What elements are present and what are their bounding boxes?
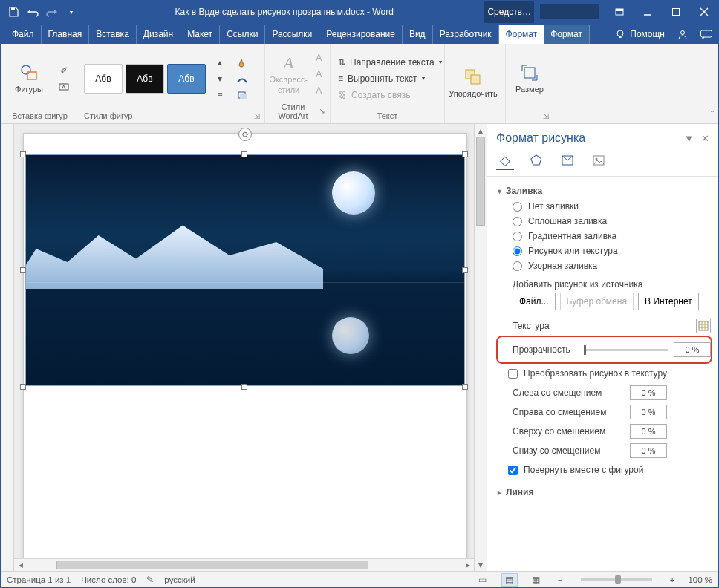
- document-page[interactable]: ⟳: [23, 133, 467, 571]
- wordart-quick-styles-button[interactable]: A Экспресс-стили: [270, 53, 308, 94]
- maximize-icon[interactable]: [662, 1, 690, 23]
- resize-handle[interactable]: [462, 151, 468, 157]
- size-launcher-icon[interactable]: ⇲: [543, 112, 549, 120]
- save-icon[interactable]: [5, 4, 22, 20]
- gallery-down-icon[interactable]: ▾: [212, 71, 228, 87]
- tab-format-picture[interactable]: Формат: [544, 24, 590, 44]
- page-indicator[interactable]: Страница 1 из 1: [7, 575, 71, 584]
- document-area[interactable]: ⟳ ◂ ▸: [1, 124, 474, 571]
- text-effects-icon[interactable]: A: [310, 82, 327, 99]
- edit-shape-icon[interactable]: ✐: [56, 62, 72, 79]
- picture-tab-icon[interactable]: [590, 152, 608, 170]
- rotate-with-shape-checkbox[interactable]: Повернуть вместе с фигурой: [498, 460, 711, 480]
- tab-mailings[interactable]: Рассылки: [265, 24, 319, 44]
- pane-close-icon[interactable]: ✕: [701, 133, 709, 144]
- zoom-out-icon[interactable]: −: [555, 575, 566, 584]
- qat-more-icon[interactable]: ▾: [63, 4, 79, 20]
- transparency-slider[interactable]: [584, 349, 668, 351]
- tell-me[interactable]: Помощн: [609, 29, 671, 44]
- radio-pattern-fill[interactable]: Узорная заливка: [498, 258, 711, 273]
- tab-format-drawing[interactable]: Формат: [499, 24, 544, 44]
- shape-fill-icon[interactable]: [234, 54, 250, 71]
- text-direction-button[interactable]: ⇅Направление текста▾: [335, 54, 445, 71]
- tab-references[interactable]: Ссылки: [220, 24, 265, 44]
- scroll-up-icon[interactable]: ▴: [475, 124, 487, 137]
- radio-solid-fill[interactable]: Сплошная заливка: [498, 214, 711, 229]
- radio-gradient-fill[interactable]: Градиентная заливка: [498, 229, 711, 244]
- zoom-in-icon[interactable]: +: [667, 575, 678, 584]
- layout-tab-icon[interactable]: [559, 152, 576, 170]
- scroll-left-icon[interactable]: ◂: [14, 559, 27, 571]
- hscroll-thumb[interactable]: [56, 561, 368, 569]
- gallery-more-icon[interactable]: ≡: [212, 87, 228, 103]
- word-count[interactable]: Число слов: 0: [81, 575, 136, 584]
- close-icon[interactable]: [690, 1, 718, 23]
- text-box-icon[interactable]: A: [56, 79, 72, 95]
- web-layout-icon[interactable]: ▦: [528, 573, 544, 587]
- collapse-ribbon-icon[interactable]: ˆ: [711, 110, 714, 120]
- resize-handle[interactable]: [20, 267, 26, 273]
- resize-handle[interactable]: [241, 151, 247, 157]
- tab-design[interactable]: Дизайн: [137, 24, 180, 44]
- selected-picture[interactable]: [25, 154, 465, 386]
- rotate-handle-icon[interactable]: ⟳: [238, 128, 252, 141]
- comments-icon[interactable]: [694, 26, 718, 44]
- resize-handle[interactable]: [20, 384, 26, 390]
- shape-outline-icon[interactable]: [234, 71, 250, 87]
- transparency-value[interactable]: 0 %: [674, 342, 711, 357]
- vscroll-thumb[interactable]: [476, 137, 485, 226]
- shapes-button[interactable]: Фигуры: [5, 62, 53, 94]
- tile-as-texture-checkbox[interactable]: Преобразовать рисунок в текстуру: [498, 364, 711, 383]
- zoom-slider[interactable]: [581, 578, 652, 581]
- section-line-header[interactable]: Линия: [498, 484, 711, 500]
- resize-handle[interactable]: [20, 151, 26, 157]
- radio-no-fill[interactable]: Нет заливки: [498, 199, 711, 214]
- fill-line-tab-icon[interactable]: ◇: [496, 152, 514, 170]
- shape-effects-icon[interactable]: [234, 87, 250, 103]
- offset-left-value[interactable]: 0 %: [630, 385, 667, 400]
- tab-file[interactable]: Файл: [5, 24, 42, 44]
- wordart-launcher-icon[interactable]: ⇲: [319, 108, 325, 116]
- undo-icon[interactable]: [25, 4, 41, 20]
- arrange-button[interactable]: Упорядочить: [449, 67, 497, 99]
- vertical-scrollbar[interactable]: ▴ ▾: [474, 124, 487, 571]
- pane-menu-icon[interactable]: ▼: [684, 133, 694, 144]
- resize-handle[interactable]: [241, 384, 247, 390]
- tab-view[interactable]: Вид: [403, 24, 433, 44]
- user-account-area[interactable]: [540, 4, 599, 19]
- tab-home[interactable]: Главная: [42, 24, 90, 44]
- style-swatch-3[interactable]: Абв: [167, 64, 206, 94]
- section-fill-header[interactable]: Заливка: [498, 183, 711, 199]
- tab-insert[interactable]: Вставка: [89, 24, 137, 44]
- horizontal-scrollbar[interactable]: ◂ ▸: [14, 558, 474, 571]
- tab-developer[interactable]: Разработчик: [433, 24, 499, 44]
- offset-right-value[interactable]: 0 %: [630, 405, 667, 419]
- radio-picture-fill[interactable]: Рисунок или текстура: [498, 244, 711, 258]
- file-button[interactable]: Файл...: [513, 293, 556, 310]
- align-text-button[interactable]: ≡Выровнять текст▾: [335, 71, 428, 87]
- style-swatch-1[interactable]: Абв: [84, 64, 123, 94]
- redo-icon[interactable]: [44, 4, 60, 20]
- size-button[interactable]: Размер: [510, 62, 549, 94]
- tab-review[interactable]: Рецензирование: [319, 24, 403, 44]
- ribbon-options-icon[interactable]: [605, 1, 634, 23]
- resize-handle[interactable]: [462, 384, 468, 390]
- scroll-down-icon[interactable]: ▾: [475, 558, 487, 571]
- read-mode-icon[interactable]: ▭: [475, 573, 491, 587]
- spellcheck-icon[interactable]: ✎: [146, 575, 154, 585]
- gallery-up-icon[interactable]: ▴: [212, 54, 228, 71]
- resize-handle[interactable]: [462, 267, 468, 273]
- online-button[interactable]: В Интернет: [638, 293, 699, 310]
- zoom-value[interactable]: 100 %: [688, 575, 712, 584]
- texture-picker-icon[interactable]: [696, 318, 711, 333]
- style-swatch-2[interactable]: Абв: [126, 64, 164, 94]
- create-link-button[interactable]: ⛓Создать связь: [335, 87, 413, 103]
- tab-layout[interactable]: Макет: [180, 24, 220, 44]
- shape-styles-launcher-icon[interactable]: ⇲: [254, 112, 260, 120]
- effects-tab-icon[interactable]: ⬠: [527, 152, 545, 170]
- clipboard-button[interactable]: Буфер обмена: [560, 293, 634, 310]
- offset-top-value[interactable]: 0 %: [630, 424, 667, 439]
- language-indicator[interactable]: русский: [164, 575, 195, 584]
- offset-bottom-value[interactable]: 0 %: [630, 443, 667, 458]
- scroll-right-icon[interactable]: ▸: [461, 559, 474, 571]
